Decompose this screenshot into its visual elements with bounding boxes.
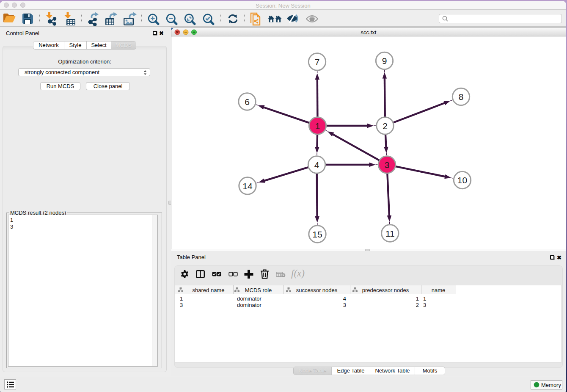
svg-text:8: 8 (459, 92, 464, 102)
svg-text:3: 3 (385, 160, 390, 170)
svg-text:7: 7 (315, 57, 320, 67)
svg-text:14: 14 (242, 181, 253, 191)
svg-text:10: 10 (457, 175, 467, 185)
svg-text:9: 9 (382, 56, 387, 66)
svg-text:2: 2 (383, 121, 388, 131)
svg-text:6: 6 (245, 97, 250, 107)
svg-text:11: 11 (385, 229, 395, 238)
svg-text:4: 4 (314, 160, 319, 170)
svg-text:1: 1 (315, 121, 320, 131)
svg-text:15: 15 (312, 229, 322, 239)
